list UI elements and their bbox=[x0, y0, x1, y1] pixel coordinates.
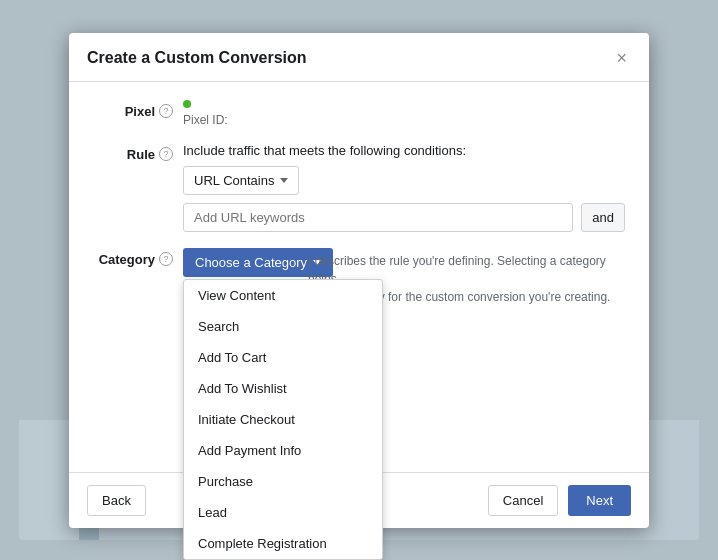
category-label-group: Category ? bbox=[93, 248, 183, 267]
and-label: and bbox=[581, 203, 625, 232]
rule-content: Include traffic that meets the following… bbox=[183, 143, 625, 232]
pixel-row: Pixel ? Pixel ID: bbox=[93, 100, 625, 127]
cancel-button[interactable]: Cancel bbox=[488, 485, 558, 516]
category-item-initiate-checkout[interactable]: Initiate Checkout bbox=[184, 404, 382, 435]
pixel-id-label: Pixel ID: bbox=[183, 113, 228, 127]
url-input-row: and bbox=[183, 203, 625, 232]
category-item-purchase[interactable]: Purchase bbox=[184, 466, 382, 497]
url-filter-chevron-icon bbox=[280, 178, 288, 183]
category-item-add-to-cart[interactable]: Add To Cart bbox=[184, 342, 382, 373]
category-item-view-content[interactable]: View Content bbox=[184, 280, 382, 311]
rule-label-group: Rule ? bbox=[93, 143, 183, 162]
pixel-label-group: Pixel ? bbox=[93, 100, 183, 119]
pixel-info: Pixel ID: bbox=[183, 100, 228, 127]
category-label: Category bbox=[99, 252, 155, 267]
rule-controls: URL Contains bbox=[183, 166, 625, 195]
category-item-add-to-wishlist[interactable]: Add To Wishlist bbox=[184, 373, 382, 404]
category-dropdown-menu: View Content Search Add To Cart Add To W… bbox=[183, 279, 383, 560]
close-button[interactable]: × bbox=[612, 47, 631, 69]
pixel-active-dot bbox=[183, 100, 191, 108]
category-item-add-payment-info[interactable]: Add Payment Info bbox=[184, 435, 382, 466]
category-item-lead[interactable]: Lead bbox=[184, 497, 382, 528]
pixel-label: Pixel bbox=[125, 104, 155, 119]
url-filter-label: URL Contains bbox=[194, 173, 274, 188]
rule-label: Rule bbox=[127, 147, 155, 162]
category-item-search[interactable]: Search bbox=[184, 311, 382, 342]
modal-title: Create a Custom Conversion bbox=[87, 49, 307, 67]
url-filter-dropdown[interactable]: URL Contains bbox=[183, 166, 299, 195]
category-help-icon[interactable]: ? bbox=[159, 252, 173, 266]
modal-header: Create a Custom Conversion × bbox=[69, 33, 649, 82]
next-button[interactable]: Next bbox=[568, 485, 631, 516]
modal-dialog: Create a Custom Conversion × Pixel ? Pix… bbox=[69, 33, 649, 528]
url-keywords-input[interactable] bbox=[183, 203, 573, 232]
rule-description: Include traffic that meets the following… bbox=[183, 143, 625, 158]
category-row: Category ? Choose a Category View Conten… bbox=[93, 248, 625, 428]
rule-help-icon[interactable]: ? bbox=[159, 147, 173, 161]
category-item-complete-registration[interactable]: Complete Registration bbox=[184, 528, 382, 559]
modal-body: Pixel ? Pixel ID: Rule ? Include traffi bbox=[69, 82, 649, 462]
category-button-label: Choose a Category bbox=[195, 255, 307, 270]
pixel-status bbox=[183, 100, 228, 108]
dialog-backdrop: Create a Custom Conversion × Pixel ? Pix… bbox=[19, 20, 699, 540]
rule-row: Rule ? Include traffic that meets the fo… bbox=[93, 143, 625, 232]
footer-right-buttons: Cancel Next bbox=[488, 485, 631, 516]
pixel-help-icon[interactable]: ? bbox=[159, 104, 173, 118]
back-button[interactable]: Back bbox=[87, 485, 146, 516]
